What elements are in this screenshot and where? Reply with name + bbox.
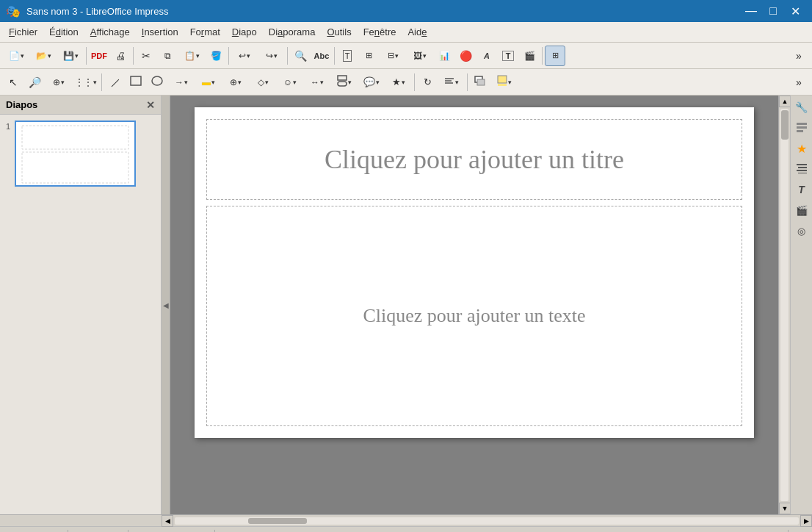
menu-affichage[interactable]: Affichage <box>84 24 136 40</box>
toolbar-more-btn[interactable]: » <box>789 46 809 66</box>
properties-panel-btn[interactable]: 🔧 <box>793 98 811 116</box>
export-pdf-button[interactable]: PDF <box>89 46 109 66</box>
align-icon <box>444 76 454 88</box>
scroll-left-btn[interactable]: ◀ <box>162 515 173 527</box>
menu-edition[interactable]: Édition <box>43 24 84 40</box>
redo-dropdown-arrow[interactable]: ▾ <box>274 52 278 60</box>
save-dropdown-arrow[interactable]: ▾ <box>75 52 79 60</box>
view-tools: T ⊞ ⊟ ▾ 🖼 ▾ 📊 🔴 A T 🎬 <box>337 46 540 66</box>
insert-chart-btn[interactable]: 📊 <box>434 46 454 66</box>
flowchart-btn[interactable]: ▾ <box>331 72 358 93</box>
navigator-panel-btn[interactable] <box>793 160 811 178</box>
line-tool-btn[interactable]: — <box>104 72 125 93</box>
zoom-tool-btn[interactable]: 🔎 <box>24 72 45 93</box>
callout-btn[interactable]: 💬 ▾ <box>358 72 385 93</box>
menu-fichier[interactable]: Fichier <box>3 24 43 40</box>
flowchart-icon <box>337 75 347 89</box>
scroll-up-btn[interactable]: ▲ <box>779 96 790 107</box>
arrow-tool-btn[interactable]: → ▾ <box>168 72 195 93</box>
paste-button[interactable]: 📋 ▾ <box>178 46 205 66</box>
align-btn[interactable]: ▾ <box>438 72 465 93</box>
star-btn[interactable]: ★ ▾ <box>385 72 412 93</box>
media-panel-btn[interactable]: 🎬 <box>793 201 811 219</box>
hscroll-track[interactable] <box>175 517 799 525</box>
close-button[interactable]: ✕ <box>784 0 806 22</box>
new-dropdown-arrow[interactable]: ▾ <box>21 52 24 60</box>
menu-outils[interactable]: Outils <box>321 24 357 40</box>
minimize-button[interactable]: — <box>740 0 762 22</box>
shadow-btn[interactable] <box>470 72 490 93</box>
draw-tools: — → ▾ ▬ ▾ ⊕ ▾ ◇ ▾ ☺ ▾ <box>104 72 412 93</box>
fill-color-btn[interactable]: ▾ <box>491 72 518 93</box>
rect-tool-btn[interactable] <box>126 72 146 93</box>
normal-view-btn[interactable]: ⊞ <box>545 46 565 66</box>
slides-panel-close[interactable]: ✕ <box>146 99 155 111</box>
select-tool-btn[interactable]: ↖ <box>3 72 23 93</box>
double-arrow-btn[interactable]: ↔ ▾ <box>304 72 330 93</box>
styles-panel-btn[interactable] <box>793 119 811 137</box>
fontwork-btn[interactable]: A <box>476 46 497 66</box>
open-button[interactable]: 📂 ▾ <box>30 46 57 66</box>
save-button[interactable]: 💾 ▾ <box>57 46 84 66</box>
menu-diapo[interactable]: Diapo <box>226 24 263 40</box>
clone-button[interactable]: 🪣 <box>206 46 226 66</box>
spellcheck-button[interactable]: Abc <box>311 46 332 66</box>
panel-collapse-handle[interactable]: ◀ <box>162 96 170 514</box>
basic-shape-btn[interactable]: ◇ ▾ <box>250 72 276 93</box>
find-button[interactable]: 🔍 <box>290 46 311 66</box>
slide-content-box[interactable]: Cliquez pour ajouter un texte <box>206 206 742 426</box>
undo-button[interactable]: ↩ ▾ <box>231 46 258 66</box>
scroll-track-vertical[interactable] <box>780 109 789 501</box>
show-grid-btn[interactable]: ⋮⋮ ▾ <box>73 72 99 93</box>
slide-thumb-1[interactable]: 1 <box>6 121 155 187</box>
cut-button[interactable]: ✂ <box>136 46 156 66</box>
textbox-btn2[interactable]: T <box>498 46 518 66</box>
paste-dropdown-arrow[interactable]: ▾ <box>196 52 200 60</box>
slide-canvas[interactable]: Cliquez pour ajouter un titre Cliquez po… <box>195 107 754 438</box>
rotate-icon: ↻ <box>424 76 432 87</box>
open-dropdown-arrow[interactable]: ▾ <box>48 52 51 60</box>
text-box-btn[interactable]: T <box>337 46 358 66</box>
insert-shape-btn[interactable]: 🔴 <box>455 46 476 66</box>
ellipse-tool-btn[interactable] <box>147 72 167 93</box>
add-language-btn[interactable]: + <box>800 530 806 533</box>
undo-dropdown-arrow[interactable]: ▾ <box>247 52 250 60</box>
slide-title-box[interactable]: Cliquez pour ajouter un titre <box>206 119 742 200</box>
symbol-shape-btn[interactable]: ☺ ▾ <box>277 72 303 93</box>
highlight-tool-btn[interactable]: ▬ ▾ <box>195 72 222 93</box>
svg-rect-0 <box>131 76 141 85</box>
snap-btn[interactable]: ⊕ ▾ <box>46 72 72 93</box>
new-button[interactable]: 📄 ▾ <box>3 46 29 66</box>
maximize-button[interactable]: □ <box>762 0 784 22</box>
insert-table-btn[interactable]: ⊟ ▾ <box>380 46 406 66</box>
star-panel-icon: ★ <box>797 142 807 156</box>
scroll-down-btn[interactable]: ▼ <box>779 503 790 514</box>
table-btn[interactable]: ⊞ <box>358 46 379 66</box>
slide-thumbnail-1[interactable] <box>15 121 136 187</box>
copy-button[interactable]: ⧉ <box>157 46 178 66</box>
rotation-tools: ↻ ▾ <box>417 72 465 93</box>
compass-panel-btn[interactable]: ◎ <box>793 222 811 240</box>
toolbar2-more-btn[interactable]: » <box>789 72 809 93</box>
menu-fenetre[interactable]: Fenêtre <box>358 24 402 40</box>
svg-rect-10 <box>498 84 507 86</box>
effect-tool-btn[interactable]: ⊕ ▾ <box>222 72 249 93</box>
gallery-panel-btn[interactable]: ★ <box>793 140 811 157</box>
insert-image-btn[interactable]: 🖼 ▾ <box>407 46 433 66</box>
insert-image-icon: 🖼 <box>413 51 422 61</box>
menu-format[interactable]: Format <box>184 24 226 40</box>
menu-diaporama[interactable]: Diaporama <box>263 24 322 40</box>
redo-button[interactable]: ↪ ▾ <box>258 46 285 66</box>
menu-insertion[interactable]: Insertion <box>136 24 184 40</box>
rotate-btn[interactable]: ↻ <box>417 72 438 93</box>
scroll-right-btn[interactable]: ▶ <box>800 515 812 527</box>
menu-aide[interactable]: Aide <box>402 24 432 40</box>
collapse-arrow-icon: ◀ <box>163 301 169 309</box>
slide-title-placeholder: Cliquez pour ajouter un titre <box>325 144 624 175</box>
movie-btn[interactable]: 🎬 <box>519 46 540 66</box>
snap-icon: ⊕ <box>53 77 60 87</box>
zoom-icon: 🔎 <box>29 76 41 88</box>
sep2 <box>133 47 134 65</box>
print-button[interactable]: 🖨 <box>110 46 131 66</box>
fontwork-panel-btn[interactable]: T <box>793 181 811 198</box>
